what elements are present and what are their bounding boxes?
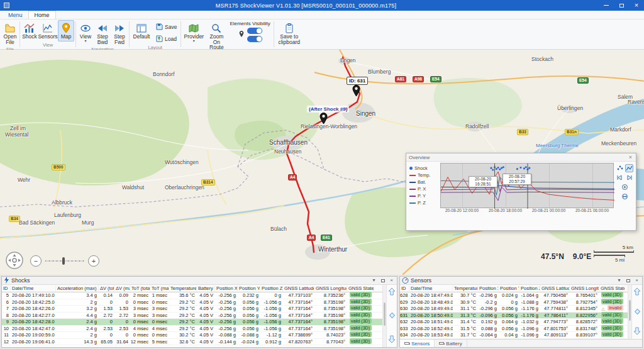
column-header[interactable]: Position X: [215, 285, 238, 291]
column-header[interactable]: GNSS State: [599, 285, 625, 291]
shock-view-button[interactable]: Shock: [21, 20, 38, 42]
column-header[interactable]: ToT (total): [130, 285, 150, 291]
shock-table-row[interactable]: 12 20-08-20 19:06:41.0 14.3 g 65.05 31.6…: [2, 339, 382, 346]
shocks-panel-header[interactable]: Shocks ▾ ×: [2, 277, 397, 285]
sensors-scrollbar[interactable]: [628, 285, 631, 339]
shocks-scrollbar-thumb[interactable]: [384, 302, 386, 326]
open-file-button[interactable]: Open File: [2, 20, 18, 47]
column-header[interactable]: ID: [2, 285, 11, 291]
map-view-button[interactable]: Map: [58, 20, 74, 42]
shock-table-row[interactable]: 10 20-08-20 18:42:47.0 2.4 g 2.53 2.53 4…: [2, 326, 382, 333]
column-header[interactable]: Position Z: [519, 285, 540, 291]
column-header[interactable]: Battery: [197, 285, 215, 291]
save-layout-button[interactable]: Save: [153, 21, 179, 33]
tab-menu[interactable]: Menu: [3, 11, 28, 19]
minimize-button[interactable]: [599, 0, 614, 11]
column-header[interactable]: Position Y: [499, 285, 519, 291]
map-pin-after-shock[interactable]: [319, 113, 328, 125]
column-header[interactable]: GNSS Longitude: [570, 285, 599, 291]
map-pin-sensor-631[interactable]: [352, 85, 360, 97]
column-header[interactable]: ID: [400, 285, 409, 291]
marker-label-id-631[interactable]: ID: 631: [347, 77, 368, 85]
provider-dropdown-button[interactable]: Provider ▾: [182, 20, 205, 45]
shock-table-row[interactable]: 8 20-08-20 18:42:27.0 4.4 g 2.72 2.72 3 …: [2, 313, 382, 319]
panel-float-icon[interactable]: [379, 277, 386, 284]
sensor-table-row[interactable]: 630 20-08-20 18:49:49.0 31.1 °C -0.296 g…: [400, 306, 628, 313]
pan-compass-control[interactable]: [5, 251, 24, 271]
step-backward-button[interactable]: Step Bwd: [94, 20, 111, 47]
load-layout-button[interactable]: Load: [153, 33, 179, 45]
legend-item[interactable]: P. Y: [409, 192, 439, 199]
view-dropdown-button[interactable]: View ▾: [77, 20, 94, 45]
line-mode-button[interactable]: [625, 164, 633, 172]
panel-tab[interactable]: Battery: [435, 340, 467, 347]
step-back-button[interactable]: [616, 174, 624, 182]
overview-close-button[interactable]: ×: [628, 155, 633, 160]
next-sensor-button[interactable]: [633, 327, 641, 336]
sensor-table-row[interactable]: 633 20-08-20 18:52:49.0 31.5 °C 0.088 g …: [400, 326, 628, 333]
panel-menu-icon[interactable]: ▾: [370, 277, 377, 284]
zoom-extents-button[interactable]: [621, 183, 629, 191]
shocks-scrollbar[interactable]: [382, 285, 386, 347]
zoom-out-button[interactable]: −: [30, 255, 42, 267]
scatter-mode-button[interactable]: [616, 164, 624, 172]
column-header[interactable]: Position Y: [238, 285, 260, 291]
save-to-clipboard-button[interactable]: Save to clipboard: [275, 20, 303, 47]
marker-label-after-shock[interactable]: (After Shock #9): [307, 106, 349, 113]
column-header[interactable]: Acceleration (max): [56, 285, 99, 291]
sensor-table-row[interactable]: 628 20-08-20 18:47:49.0 30.7 °C -0.296 g…: [400, 292, 628, 299]
column-header[interactable]: Temperature: [453, 285, 478, 291]
column-header[interactable]: ΔV (total): [99, 285, 114, 291]
pan-mode-button[interactable]: [621, 192, 629, 201]
zoom-slider[interactable]: [45, 260, 84, 262]
sensors-view-button[interactable]: Sensors: [38, 20, 57, 42]
legend-item[interactable]: Temp.: [409, 172, 439, 179]
column-header[interactable]: Position Z: [260, 285, 283, 291]
sensors-panel-header[interactable]: Sensors ▾ ×: [400, 277, 642, 285]
sensors-scrollbar-thumb[interactable]: [629, 300, 631, 321]
sensor-table-row[interactable]: 629 20-08-20 18:48:49.0 30.9 °C -0.2 g 0…: [400, 299, 628, 306]
panel-float-icon[interactable]: [625, 277, 631, 284]
current-shock-button[interactable]: [389, 312, 396, 320]
step-forward-button[interactable]: Step Fwd: [111, 20, 128, 47]
map-canvas[interactable]: Engen Stockach Blumberg Bonndorf Zell im…: [0, 50, 644, 275]
legend-item[interactable]: Shock: [409, 165, 439, 172]
current-sensor-button[interactable]: [634, 308, 641, 316]
column-header[interactable]: Temperature: [169, 285, 197, 291]
legend-item[interactable]: P. Z: [409, 199, 439, 206]
column-header[interactable]: ΔV (max): [114, 285, 130, 291]
shock-table-row[interactable]: 11 20-08-20 19:00:59.0 2 g 0 0 0 msec 0 …: [2, 332, 382, 339]
visibility-toggle-2[interactable]: [247, 36, 262, 42]
visibility-toggle-1[interactable]: [247, 28, 262, 34]
tab-home[interactable]: Home: [28, 11, 56, 19]
column-header[interactable]: Date/Time: [11, 285, 56, 291]
overview-titlebar[interactable]: Overview ×: [406, 153, 636, 162]
sensor-table-row[interactable]: 632 20-08-20 18:51:49.0 31.4 °C 0.192 g …: [400, 319, 628, 326]
panel-tab[interactable]: Sensors: [400, 340, 435, 347]
step-next-button[interactable]: [625, 174, 633, 182]
column-header[interactable]: ToT (max): [150, 285, 169, 291]
column-header[interactable]: Date/Time: [409, 285, 453, 291]
shock-table-row[interactable]: 6 20-08-20 18:42:25.0 2 g 0 0 0 msec 0 m…: [2, 299, 382, 306]
sensor-table-row[interactable]: 634 20-08-20 18:53:49.0 31.7 °C -0.064 g…: [400, 332, 628, 339]
next-shock-button[interactable]: [388, 335, 396, 345]
overview-plot-area[interactable]: 20-08-20 16:28:51 20-08-20 20:57:29: [440, 163, 614, 208]
shock-table-row[interactable]: 9 20-08-20 18:42:28.0 2.4 g 0 0 0 msec 0…: [2, 319, 382, 326]
overview-chart[interactable]: 20-08-20 16:28:51 20-08-20 20:57:29 20-0…: [440, 163, 614, 230]
prev-shock-button[interactable]: [388, 287, 396, 297]
column-header[interactable]: GNSS Latitude: [283, 285, 314, 291]
shock-table-row[interactable]: 5 20-08-20 17:49:10.0 3.4 g 0.14 0.09 2 …: [2, 292, 382, 299]
column-header[interactable]: GNSS State: [347, 285, 374, 291]
shock-table-row[interactable]: 7 20-08-20 18:42:26.0 3.2 g 1.53 1.53 3 …: [2, 306, 382, 313]
column-header[interactable]: GNSS Latitude: [540, 285, 570, 291]
zoom-on-route-button[interactable]: Zoom On Route: [206, 20, 227, 52]
maximize-button[interactable]: [614, 0, 629, 11]
prev-sensor-button[interactable]: [633, 287, 641, 297]
panel-menu-icon[interactable]: ▾: [616, 277, 623, 284]
zoom-in-button[interactable]: +: [88, 255, 99, 267]
default-layout-button[interactable]: Default: [131, 20, 152, 42]
sensor-table-row[interactable]: 631 20-08-20 18:50:49.0 31.3 °C -0.096 g…: [400, 313, 628, 319]
panel-close-icon[interactable]: ×: [388, 277, 395, 284]
column-header[interactable]: GNSS Longitude: [314, 285, 347, 291]
column-header[interactable]: Position X: [478, 285, 499, 291]
